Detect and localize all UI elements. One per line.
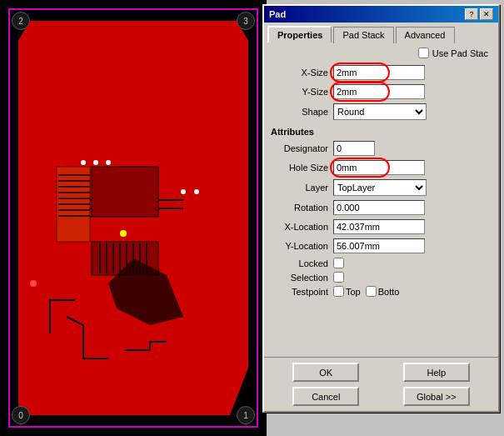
use-pad-stack-checkbox[interactable]: [418, 48, 429, 58]
dialog-buttons-2: Cancel Global >>: [264, 387, 498, 411]
ylocation-row: Y-Location: [271, 238, 492, 253]
pcb-canvas: 0 1 2 3: [0, 0, 267, 436]
holesize-input[interactable]: [333, 160, 425, 175]
corner-label-1: 1: [237, 406, 255, 424]
dialog-window: Pad ? ✕ Properties Pad Stack Advanced Us…: [262, 4, 500, 413]
locked-checkbox[interactable]: [333, 258, 344, 268]
testpoint-label: Testpoint: [271, 287, 333, 297]
locked-row: Locked: [271, 258, 492, 268]
dialog-title: Pad: [269, 9, 286, 19]
xlocation-label: X-Location: [271, 222, 333, 232]
form-area: Use Pad Stac X-Size Y-Size: [264, 43, 498, 357]
selection-checkbox[interactable]: [333, 272, 344, 283]
use-pad-stack-row: Use Pad Stac: [271, 48, 492, 58]
svg-point-28: [106, 160, 111, 165]
testpoint-row: Testpoint Top Botto: [271, 286, 492, 297]
ysize-label: Y-Size: [271, 87, 333, 97]
dialog-titlebar: Pad ? ✕: [264, 6, 498, 23]
close-button[interactable]: ✕: [480, 8, 493, 20]
xsize-row: X-Size: [271, 65, 492, 80]
rotation-input[interactable]: [333, 200, 425, 215]
svg-point-29: [181, 189, 186, 194]
selection-row: Selection: [271, 272, 492, 283]
corner-label-2: 2: [12, 12, 30, 30]
svg-point-26: [81, 160, 86, 165]
designator-label: Designator: [271, 143, 333, 153]
tab-padstack[interactable]: Pad Stack: [333, 27, 393, 43]
tab-advanced[interactable]: Advanced: [396, 27, 455, 43]
corner-label-3: 3: [237, 12, 255, 30]
dialog-body: Properties Pad Stack Advanced Use Pad St…: [264, 23, 498, 411]
xsize-wrapper: [333, 65, 425, 80]
ysize-wrapper: [333, 84, 425, 99]
svg-point-27: [93, 160, 98, 165]
ylocation-label: Y-Location: [271, 241, 333, 251]
ysize-row: Y-Size: [271, 84, 492, 99]
shape-row: Shape Round Square Octagonal: [271, 103, 492, 120]
layer-label: Layer: [271, 183, 333, 193]
help-button[interactable]: ?: [465, 8, 478, 20]
svg-point-24: [120, 230, 127, 237]
testpoint-top-label: Top: [346, 287, 361, 297]
ysize-input[interactable]: [333, 84, 425, 99]
rotation-row: Rotation: [271, 200, 492, 215]
selection-label: Selection: [271, 273, 333, 283]
locked-label: Locked: [271, 258, 333, 268]
layer-select[interactable]: TopLayer BottomLayer MultiLayer: [333, 179, 427, 196]
help-dialog-button[interactable]: Help: [403, 363, 470, 382]
svg-point-25: [30, 280, 37, 287]
global-button[interactable]: Global >>: [403, 387, 470, 406]
pad-dialog: Pad ? ✕ Properties Pad Stack Advanced Us…: [267, 0, 504, 436]
testpoint-top-checkbox[interactable]: [333, 286, 344, 297]
ylocation-input[interactable]: [333, 238, 425, 253]
testpoint-botto-label: Botto: [378, 287, 400, 297]
layer-row: Layer TopLayer BottomLayer MultiLayer: [271, 179, 492, 196]
dialog-buttons: OK Help: [264, 357, 498, 387]
tab-bar: Properties Pad Stack Advanced: [267, 26, 495, 43]
xsize-label: X-Size: [271, 68, 333, 78]
xsize-input[interactable]: [333, 65, 425, 80]
corner-label-0: 0: [12, 406, 30, 424]
svg-point-30: [194, 189, 199, 194]
designator-row: Designator: [271, 141, 492, 156]
titlebar-buttons: ? ✕: [465, 8, 493, 20]
xlocation-row: X-Location: [271, 219, 492, 234]
shape-label: Shape: [271, 107, 333, 117]
holesize-row: Hole Size: [271, 160, 492, 175]
designator-input[interactable]: [333, 141, 375, 156]
svg-rect-0: [92, 167, 158, 217]
xlocation-input[interactable]: [333, 219, 425, 234]
holesize-wrapper: [333, 160, 425, 175]
attributes-header: Attributes: [271, 127, 492, 137]
tab-properties[interactable]: Properties: [267, 26, 332, 43]
circuit-traces: [0, 0, 267, 436]
holesize-label: Hole Size: [271, 163, 333, 173]
ok-button[interactable]: OK: [292, 363, 359, 382]
rotation-label: Rotation: [271, 203, 333, 213]
cancel-button[interactable]: Cancel: [292, 387, 359, 406]
testpoint-botto-checkbox[interactable]: [366, 286, 377, 297]
shape-select[interactable]: Round Square Octagonal: [333, 103, 427, 120]
use-pad-stack-label: Use Pad Stac: [432, 48, 488, 58]
